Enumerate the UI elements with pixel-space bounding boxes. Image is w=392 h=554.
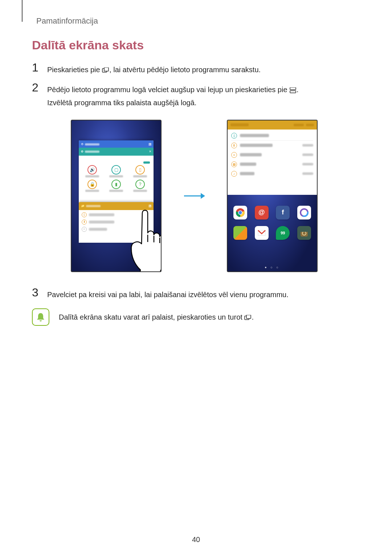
note-text: Dalītā ekrāna skatu varat arī palaist, p… <box>59 313 254 321</box>
step-number: 3 <box>32 287 42 298</box>
edge-icon: ▯ <box>135 165 145 175</box>
settings-grid: 🔊 ▢ ▯ 🔒 ▮ ? <box>79 156 154 203</box>
tip-note: Dalītā ekrāna skatu varat arī palaist, p… <box>32 308 359 326</box>
documents-icon: ≡ <box>231 152 237 158</box>
page-left-rule <box>22 0 23 22</box>
phone-left-recent-apps: ⚙ ⊟ × ✿ × 🔊 ▢ ▯ <box>71 120 162 272</box>
hand-pointer-illustration <box>121 204 162 272</box>
text: , lai atvērtu pēdējo lietoto programmu s… <box>109 66 261 74</box>
phone-right-split-view: ▯ ⬇ ≡ ▦ ♪ @ f 99 <box>227 120 318 272</box>
step-3: 3 Pavelciet pa kreisi vai pa labi, lai p… <box>32 287 359 301</box>
storage-icon: ▯ <box>231 133 237 139</box>
split-screen-icon <box>289 84 297 90</box>
recent-card-internet-header: ⚙ ⊟ × <box>79 140 154 148</box>
text: . <box>297 86 299 94</box>
email-at-icon: @ <box>255 206 269 219</box>
download-icon: ⬇ <box>231 143 237 148</box>
split-bottom-pane: @ f 99 ● ○ ○ <box>228 195 317 271</box>
chapter-header: Pamatinformācija <box>36 16 98 26</box>
text: Dalītā ekrāna skatu varat arī palaist, p… <box>59 313 244 321</box>
svg-rect-19 <box>301 229 308 232</box>
svg-marker-8 <box>201 193 205 199</box>
close-icon: × <box>149 142 151 146</box>
section-title: Dalītā ekrāna skats <box>32 38 144 52</box>
svg-point-13 <box>239 211 242 214</box>
svg-rect-21 <box>246 315 251 319</box>
svg-rect-2 <box>290 87 296 90</box>
recent-apps-icon <box>244 314 252 320</box>
instagram-icon <box>297 226 311 240</box>
step-1: 1 Pieskarieties pie , lai atvērtu pēdējo… <box>32 62 359 76</box>
text: . <box>252 313 254 321</box>
lock-icon: 🔒 <box>87 180 97 189</box>
step-text: Pēdējo lietoto programmu logā velciet au… <box>47 82 299 109</box>
text: Pieskarieties pie <box>47 66 102 74</box>
close-icon: × <box>149 149 151 153</box>
myfiles-header <box>228 120 317 130</box>
step-text: Pavelciet pa kreisi vai pa labi, lai pal… <box>47 287 289 301</box>
images-icon: ▦ <box>231 161 237 167</box>
hangouts-icon: 99 <box>276 226 290 240</box>
step-text: Pieskarieties pie , lai atvērtu pēdējo l… <box>47 62 261 76</box>
sound-icon: 🔊 <box>87 165 97 175</box>
svg-rect-1 <box>104 67 109 71</box>
recent-apps-icon <box>102 64 109 70</box>
page-number: 40 <box>0 535 392 544</box>
display-icon: ▢ <box>111 165 121 175</box>
recent-card-settings-header: ✿ × <box>79 148 154 156</box>
step-number: 1 <box>32 62 42 73</box>
page-indicator-dots: ● ○ ○ <box>228 266 317 269</box>
facebook-icon: f <box>276 206 290 219</box>
step-2: 2 Pēdējo lietoto programmu logā velciet … <box>32 82 359 109</box>
text: Pēdējo lietoto programmu logā velciet au… <box>47 86 289 94</box>
arrow-right-icon <box>181 192 207 200</box>
gallery-icon <box>233 226 247 240</box>
samsung-browser-icon <box>297 206 311 219</box>
split-top-pane: ▯ ⬇ ≡ ▦ ♪ <box>228 120 317 195</box>
manual-icon: ? <box>135 180 145 189</box>
text: Izvēlētā programma tiks palaista augšējā… <box>47 99 196 107</box>
step-number: 2 <box>32 82 42 93</box>
chrome-icon <box>233 206 247 219</box>
battery-icon: ▮ <box>111 180 121 189</box>
gmail-icon <box>255 226 269 240</box>
bell-icon <box>32 308 49 326</box>
audio-icon: ♪ <box>231 171 237 177</box>
instruction-figure: ⚙ ⊟ × ✿ × 🔊 ▢ ▯ <box>71 113 318 278</box>
svg-rect-3 <box>290 91 296 93</box>
